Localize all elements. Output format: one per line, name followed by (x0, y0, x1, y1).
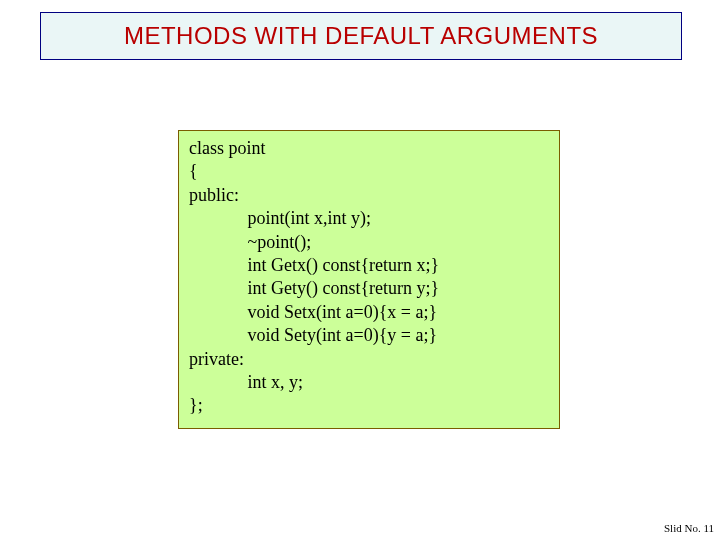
code-box: class point { public: point(int x,int y)… (178, 130, 560, 429)
code-line: point(int x,int y); (189, 207, 549, 230)
code-line: int x, y; (189, 371, 549, 394)
code-line: int Gety() const{return y;} (189, 277, 549, 300)
title-box: METHODS WITH DEFAULT ARGUMENTS (40, 12, 682, 60)
code-line: private: (189, 348, 549, 371)
code-line: public: (189, 184, 549, 207)
code-line: { (189, 160, 549, 183)
code-line: ~point(); (189, 231, 549, 254)
code-line: }; (189, 394, 549, 417)
code-line: int Getx() const{return x;} (189, 254, 549, 277)
code-line: void Sety(int a=0){y = a;} (189, 324, 549, 347)
slide-number: Slid No. 11 (664, 522, 714, 534)
slide-title: METHODS WITH DEFAULT ARGUMENTS (124, 22, 598, 50)
code-line: void Setx(int a=0){x = a;} (189, 301, 549, 324)
code-line: class point (189, 137, 549, 160)
